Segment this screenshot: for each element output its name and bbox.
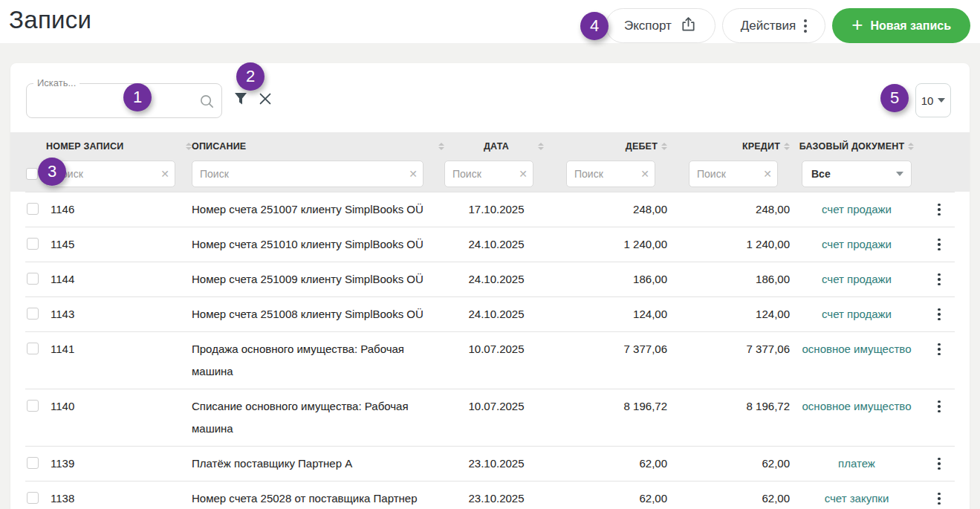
chevron-down-icon bbox=[938, 98, 945, 103]
annotation-badge-2: 2 bbox=[236, 62, 265, 91]
column-header-description[interactable]: ОПИСАНИЕ bbox=[192, 141, 444, 152]
table-row: 1139 Платёж поставщику Партнер А 23.10.2… bbox=[25, 446, 955, 481]
row-checkbox[interactable] bbox=[27, 343, 39, 354]
clear-icon[interactable]: ✕ bbox=[640, 167, 649, 181]
record-date: 24.10.2025 bbox=[444, 227, 548, 262]
filter-input-description[interactable] bbox=[192, 161, 424, 187]
clear-icon[interactable]: ✕ bbox=[519, 167, 528, 181]
record-number: 1145 bbox=[46, 227, 192, 262]
record-description: Номер счета 251009 клиенту SimplBooks OÜ bbox=[192, 262, 444, 296]
page-title: Записи bbox=[9, 6, 91, 34]
base-document-select-value: Все bbox=[811, 168, 831, 180]
record-description: Номер счета 251010 клиенту SimplBooks OÜ bbox=[192, 227, 444, 262]
clear-icon[interactable]: ✕ bbox=[763, 167, 772, 181]
page-size-select[interactable]: 10 bbox=[915, 83, 951, 117]
sort-icon bbox=[661, 143, 667, 150]
record-date: 17.10.2025 bbox=[444, 192, 548, 227]
row-menu-button[interactable] bbox=[938, 239, 941, 251]
base-document-link[interactable]: счет продажи bbox=[822, 203, 892, 215]
record-date: 10.07.2025 bbox=[444, 331, 548, 389]
record-credit: 62,00 bbox=[667, 446, 790, 481]
base-document-link[interactable]: основное имущество bbox=[802, 343, 912, 355]
close-icon bbox=[257, 98, 273, 109]
sort-icon bbox=[186, 143, 192, 150]
record-credit: 1 240,00 bbox=[667, 227, 790, 262]
record-debit: 7 377,06 bbox=[548, 331, 667, 389]
record-debit: 62,00 bbox=[548, 481, 667, 509]
actions-button[interactable]: Действия bbox=[722, 8, 825, 43]
column-header-credit[interactable]: КРЕДИТ bbox=[667, 141, 790, 152]
record-number: 1139 bbox=[46, 446, 192, 481]
row-checkbox[interactable] bbox=[27, 273, 39, 285]
actions-button-label: Действия bbox=[741, 19, 796, 33]
base-document-link[interactable]: платеж bbox=[838, 457, 875, 470]
filter-row: ✕ ✕ ✕ ✕ ✕ Все bbox=[25, 161, 955, 192]
select-all-checkbox[interactable] bbox=[26, 168, 38, 180]
annotation-badge-5: 5 bbox=[880, 84, 909, 112]
clear-icon[interactable]: ✕ bbox=[160, 167, 169, 181]
clear-filters-button[interactable] bbox=[256, 90, 275, 109]
annotation-badge-3: 3 bbox=[38, 158, 66, 186]
table-row: 1146 Номер счета 251007 клиенту SimplBoo… bbox=[25, 192, 955, 227]
base-document-link[interactable]: счет продажи bbox=[822, 238, 892, 250]
base-document-link[interactable]: основное имущество bbox=[802, 400, 912, 412]
record-date: 24.10.2025 bbox=[444, 296, 548, 331]
record-description: Продажа основного имущества: Рабочая маш… bbox=[192, 331, 444, 389]
record-description: Списание основного имущества: Рабочая ма… bbox=[192, 389, 444, 446]
record-credit: 248,00 bbox=[667, 192, 790, 227]
export-icon bbox=[680, 16, 697, 36]
record-debit: 1 240,00 bbox=[548, 227, 667, 262]
record-number: 1138 bbox=[46, 481, 192, 509]
column-header-number[interactable]: НОМЕР ЗАПИСИ bbox=[46, 141, 192, 152]
table-row: 1141 Продажа основного имущества: Рабоча… bbox=[25, 331, 955, 389]
record-debit: 248,00 bbox=[548, 192, 667, 227]
record-number: 1141 bbox=[46, 331, 192, 389]
row-checkbox[interactable] bbox=[27, 238, 39, 250]
new-record-button[interactable]: + Новая запись bbox=[832, 8, 970, 43]
table-row: 1143 Номер счета 251008 клиенту SimplBoo… bbox=[25, 296, 955, 331]
annotation-badge-1: 1 bbox=[123, 83, 152, 111]
record-number: 1140 bbox=[46, 389, 192, 446]
sort-icon bbox=[438, 143, 444, 150]
row-menu-button[interactable] bbox=[938, 458, 941, 470]
clear-icon[interactable]: ✕ bbox=[409, 167, 418, 181]
annotation-badge-4: 4 bbox=[580, 12, 609, 40]
table-row: 1145 Номер счета 251010 клиенту SimplBoo… bbox=[25, 227, 955, 262]
record-date: 23.10.2025 bbox=[444, 481, 548, 509]
row-checkbox[interactable] bbox=[27, 457, 39, 469]
base-document-link[interactable]: счет закупки bbox=[825, 492, 889, 505]
record-credit: 62,00 bbox=[667, 481, 790, 509]
search-field-label: Искать... bbox=[33, 77, 79, 88]
row-menu-button[interactable] bbox=[938, 273, 941, 286]
record-debit: 8 196,72 bbox=[548, 389, 667, 446]
column-header-row: НОМЕР ЗАПИСИ ОПИСАНИЕ ДАТА ДЕБЕТ КРЕДИТ bbox=[25, 132, 955, 161]
record-credit: 124,00 bbox=[667, 296, 790, 331]
chevron-down-icon bbox=[896, 172, 903, 176]
base-document-select[interactable]: Все bbox=[802, 161, 912, 187]
row-checkbox[interactable] bbox=[27, 492, 39, 504]
column-header-debit[interactable]: ДЕБЕТ bbox=[548, 141, 667, 152]
row-checkbox[interactable] bbox=[27, 400, 39, 412]
row-menu-button[interactable] bbox=[938, 401, 941, 413]
row-checkbox[interactable] bbox=[27, 203, 39, 215]
sort-icon bbox=[908, 143, 914, 150]
export-button[interactable]: Экспорт bbox=[606, 8, 715, 43]
top-bar: Записи Экспорт Действия + Новая запись bbox=[0, 0, 980, 43]
base-document-link[interactable]: счет продажи bbox=[822, 273, 892, 285]
row-menu-button[interactable] bbox=[938, 343, 941, 356]
record-description: Номер счета 25028 от поставщика Партнер … bbox=[192, 481, 444, 509]
row-menu-button[interactable] bbox=[938, 493, 941, 505]
column-header-date[interactable]: ДАТА bbox=[444, 141, 548, 152]
filter-button[interactable] bbox=[231, 90, 250, 109]
search-icon bbox=[198, 93, 215, 113]
record-description: Платёж поставщику Партнер А bbox=[192, 446, 444, 481]
sort-icon bbox=[784, 143, 790, 150]
row-checkbox[interactable] bbox=[27, 308, 39, 320]
record-credit: 8 196,72 bbox=[667, 389, 790, 446]
record-number: 1146 bbox=[46, 192, 192, 227]
column-header-base-document[interactable]: БАЗОВЫЙ ДОКУМЕНТ bbox=[790, 141, 924, 152]
base-document-link[interactable]: счет продажи bbox=[822, 308, 892, 320]
record-debit: 62,00 bbox=[548, 446, 667, 481]
row-menu-button[interactable] bbox=[938, 204, 941, 216]
row-menu-button[interactable] bbox=[938, 308, 941, 321]
